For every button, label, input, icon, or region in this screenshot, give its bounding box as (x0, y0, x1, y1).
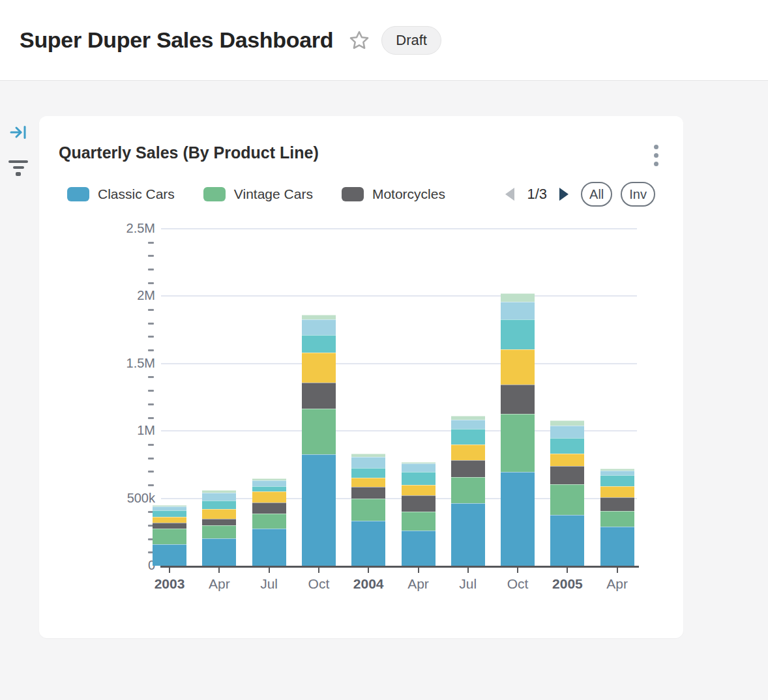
y-axis-minor-tick (148, 417, 154, 419)
bar-segment-vintage-cars[interactable] (153, 529, 186, 544)
bar-1-apr (202, 490, 236, 566)
bar-segment[interactable] (252, 480, 286, 486)
bar-segment-motorcycles[interactable] (550, 466, 584, 484)
bar-segment[interactable] (451, 429, 485, 444)
bar-segment[interactable] (202, 501, 236, 510)
bar-segment[interactable] (202, 509, 236, 519)
bar-segment-vintage-cars[interactable] (202, 525, 236, 538)
y-axis-minor-tick (148, 349, 154, 351)
bar-segment[interactable] (501, 319, 535, 349)
bar-segment-classic-cars[interactable] (351, 521, 385, 566)
bar-9-apr (600, 469, 634, 566)
y-axis-minor-tick (148, 390, 154, 392)
bar-segment[interactable] (451, 445, 485, 460)
bar-segment[interactable] (451, 420, 485, 429)
filter-icon[interactable] (8, 160, 28, 177)
bar-segment[interactable] (351, 478, 385, 487)
bar-segment-classic-cars[interactable] (501, 472, 535, 566)
bar-segment-motorcycles[interactable] (302, 383, 336, 409)
bar-segment[interactable] (302, 315, 336, 319)
bar-segment-motorcycles[interactable] (600, 497, 634, 511)
bar-segment-vintage-cars[interactable] (252, 514, 286, 529)
bar-6-jul (451, 416, 485, 566)
y-axis-minor-tick (148, 444, 154, 446)
bar-segment[interactable] (351, 468, 385, 478)
bar-0-2003 (153, 505, 186, 566)
bar-segment[interactable] (402, 463, 436, 472)
y-axis-minor-tick (148, 269, 154, 270)
bar-segment-classic-cars[interactable] (451, 503, 485, 566)
bar-segment-classic-cars[interactable] (252, 529, 286, 566)
y-axis-tick-label: 1M (96, 423, 155, 438)
page-header: Super Duper Sales Dashboard Draft (0, 0, 768, 81)
bar-segment[interactable] (351, 457, 385, 468)
x-axis-tick (269, 568, 270, 573)
filter-bar (13, 166, 24, 169)
y-axis-tick-label: 500k (96, 491, 155, 506)
collapse-panel-icon[interactable] (10, 125, 28, 139)
bar-segment-motorcycles[interactable] (351, 487, 385, 499)
bar-5-apr (402, 462, 436, 566)
bar-segment-vintage-cars[interactable] (302, 409, 336, 454)
bar-segment[interactable] (153, 517, 186, 523)
bar-segment-classic-cars[interactable] (202, 538, 236, 566)
bar-segment[interactable] (302, 319, 336, 335)
bar-segment[interactable] (550, 420, 584, 426)
filter-bar (16, 172, 21, 176)
x-axis-tick (517, 568, 518, 573)
x-axis-tick (318, 568, 319, 573)
bar-segment[interactable] (402, 472, 436, 485)
bar-segment[interactable] (252, 491, 286, 503)
bar-segment[interactable] (501, 349, 535, 385)
bar-segment[interactable] (550, 438, 584, 454)
bar-segment-vintage-cars[interactable] (501, 414, 535, 472)
bar-segment[interactable] (252, 486, 286, 491)
bar-segment-classic-cars[interactable] (153, 544, 186, 566)
y-axis-minor-tick (148, 471, 154, 473)
bar-segment[interactable] (600, 475, 634, 486)
y-axis-tick-label: 0 (96, 558, 155, 573)
bar-segment-motorcycles[interactable] (153, 523, 186, 529)
bar-segment-classic-cars[interactable] (402, 531, 436, 566)
x-axis-tick (218, 568, 220, 573)
x-axis-tick (617, 568, 618, 573)
bar-segment[interactable] (550, 426, 584, 439)
x-axis-tick (467, 568, 469, 573)
bar-segment-vintage-cars[interactable] (451, 477, 485, 503)
bar-segment-motorcycles[interactable] (202, 519, 236, 525)
bar-segment[interactable] (302, 335, 336, 353)
bar-segment[interactable] (302, 353, 336, 383)
bar-segment[interactable] (501, 293, 535, 302)
bar-segment[interactable] (501, 302, 535, 319)
bar-segment-classic-cars[interactable] (550, 515, 584, 566)
bar-8-2005 (550, 420, 584, 566)
bar-segment[interactable] (153, 510, 186, 516)
bar-segment[interactable] (600, 486, 634, 498)
gridline (161, 295, 637, 297)
bar-segment[interactable] (402, 485, 436, 495)
bar-segment-motorcycles[interactable] (402, 495, 436, 512)
bar-segment-vintage-cars[interactable] (600, 511, 634, 526)
y-axis-minor-tick (148, 255, 154, 257)
bar-3-oct (302, 315, 336, 566)
bar-segment-motorcycles[interactable] (501, 385, 535, 414)
status-badge: Draft (381, 26, 441, 55)
x-axis-tick (567, 568, 568, 573)
bar-segment[interactable] (550, 454, 584, 465)
bar-segment-classic-cars[interactable] (600, 527, 634, 566)
bar-segment-vintage-cars[interactable] (402, 512, 436, 531)
bar-segment-classic-cars[interactable] (302, 454, 336, 566)
y-axis-minor-tick (148, 484, 154, 486)
bar-segment-motorcycles[interactable] (451, 460, 485, 477)
y-axis-minor-tick (148, 336, 154, 338)
page-title: Super Duper Sales Dashboard (20, 27, 333, 53)
bar-segment[interactable] (202, 493, 236, 501)
gridline (161, 363, 637, 364)
favorite-star-icon[interactable] (347, 29, 371, 52)
x-axis-tick (169, 568, 170, 573)
chart-card: Quarterly Sales (By Product Line) Classi… (39, 116, 683, 638)
bar-segment-vintage-cars[interactable] (550, 484, 584, 515)
bar-segment-vintage-cars[interactable] (351, 499, 385, 521)
bar-segment-motorcycles[interactable] (252, 503, 286, 514)
x-axis-tick-label: Apr (588, 576, 647, 592)
